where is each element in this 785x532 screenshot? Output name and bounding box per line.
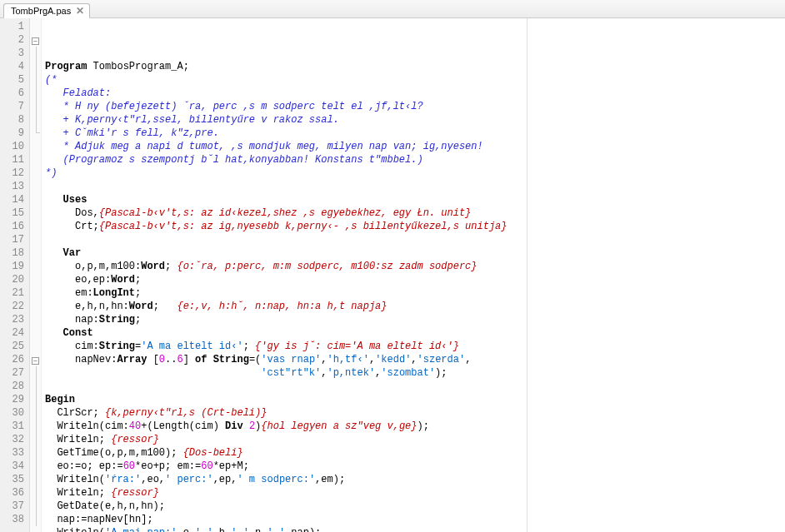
fold-cell[interactable] — [30, 460, 41, 473]
code-line[interactable]: Begin — [45, 393, 785, 406]
fold-cell[interactable] — [30, 340, 41, 353]
code-line[interactable]: * H ny (befejezett) ˇra, perc ,s m sodpe… — [45, 100, 785, 113]
code-line[interactable]: o,p,m,m100:Word; {o:ˇra, p:perc, m:m sod… — [45, 260, 785, 273]
fold-cell[interactable] — [30, 273, 41, 286]
code-line[interactable] — [45, 233, 785, 246]
fold-cell[interactable] — [30, 326, 41, 340]
code-line[interactable]: Writeln(cim:40+(Length(cim) Div 2){hol l… — [45, 420, 785, 433]
code-line[interactable]: Var — [45, 246, 785, 260]
code-line[interactable]: ClrScr; {k,perny‹t"rl,s (Crt-beli)} — [45, 406, 785, 420]
code-line[interactable]: napNev:Array [0..6] of String=('vas rnap… — [45, 353, 785, 366]
line-number: 37 — [0, 500, 29, 513]
fold-cell[interactable] — [30, 406, 41, 420]
line-number: 21 — [0, 286, 29, 300]
tab-active[interactable]: TombPrgA.pas ✕ — [3, 3, 90, 18]
fold-cell[interactable] — [30, 206, 41, 220]
fold-cell[interactable] — [30, 446, 41, 460]
editor[interactable]: 1234567891011121314151617181920212223242… — [0, 18, 785, 532]
line-number: 3 — [0, 47, 29, 60]
fold-cell[interactable] — [30, 167, 41, 180]
code-line[interactable]: * Adjuk meg a napi d tumot, ,s mondjuk m… — [45, 140, 785, 153]
code-line[interactable]: Const — [45, 326, 785, 340]
code-line[interactable] — [45, 180, 785, 193]
line-number: 13 — [0, 180, 29, 193]
fold-cell[interactable] — [30, 193, 41, 206]
fold-cell[interactable] — [30, 113, 41, 127]
fold-cell[interactable] — [30, 73, 41, 87]
line-number: 14 — [0, 193, 29, 206]
fold-cell[interactable] — [30, 513, 41, 526]
fold-cell[interactable] — [30, 47, 41, 60]
code-line[interactable]: Writeln('ŕra:',eo,' perc:',ep,' m sodper… — [45, 473, 785, 486]
tab-bar: TombPrgA.pas ✕ — [0, 0, 785, 18]
code-line[interactable]: nap:=napNev[hn]; — [45, 513, 785, 526]
code-line[interactable]: em:LongInt; — [45, 286, 785, 300]
fold-cell[interactable] — [30, 140, 41, 153]
fold-cell[interactable] — [30, 127, 41, 140]
code-line[interactable]: *) — [45, 167, 785, 180]
code-line[interactable]: Program TombosProgram_A; — [45, 60, 785, 73]
fold-column[interactable]: −− — [30, 18, 42, 532]
fold-cell[interactable] — [30, 300, 41, 313]
fold-cell[interactable] — [30, 20, 41, 33]
fold-cell[interactable] — [30, 500, 41, 513]
fold-cell[interactable] — [30, 153, 41, 167]
line-number: 29 — [0, 393, 29, 406]
fold-cell[interactable] — [30, 393, 41, 406]
code-line[interactable]: eo,ep:Word; — [45, 273, 785, 286]
line-number: 26 — [0, 353, 29, 366]
fold-cell[interactable] — [30, 286, 41, 300]
fold-cell[interactable] — [30, 433, 41, 446]
code-line[interactable]: GetTime(o,p,m,m100); {Dos-beli} — [45, 446, 785, 460]
code-line[interactable]: 'cst"rt"k','p,ntek','szombat'); — [45, 366, 785, 380]
code-line[interactable]: + Cˇmki'r s fell, k"z,pre. — [45, 127, 785, 140]
fold-cell[interactable] — [30, 420, 41, 433]
fold-minus-icon[interactable]: − — [32, 37, 39, 45]
line-number: 25 — [0, 340, 29, 353]
fold-cell[interactable] — [30, 260, 41, 273]
fold-cell[interactable] — [30, 366, 41, 380]
code-line[interactable]: e,h,n,hn:Word; {e:,v, h:h˘, n:nap, hn:a … — [45, 300, 785, 313]
code-line[interactable]: nap:String; — [45, 313, 785, 326]
close-icon[interactable]: ✕ — [76, 6, 84, 16]
line-number: 10 — [0, 140, 29, 153]
line-number: 6 — [0, 87, 29, 100]
fold-minus-icon[interactable]: − — [32, 357, 39, 365]
code-line[interactable]: + K,perny‹t"rl,ssel, billentyűre v rakoz… — [45, 113, 785, 127]
fold-cell[interactable] — [30, 233, 41, 246]
line-number: 22 — [0, 300, 29, 313]
code-line[interactable]: GetDate(e,h,n,hn); — [45, 500, 785, 513]
code-line[interactable]: Writeln('A mai nap:',e,'.',h,'.',n,' ',n… — [45, 526, 785, 532]
line-number: 20 — [0, 273, 29, 286]
code-line[interactable]: Writeln; {ressor} — [45, 486, 785, 500]
fold-cell[interactable] — [30, 60, 41, 73]
code-line[interactable]: Dos,{Pascal-b‹v't,s: az id‹kezel,shez ,s… — [45, 206, 785, 220]
fold-cell[interactable]: − — [30, 353, 41, 366]
fold-cell[interactable] — [30, 180, 41, 193]
fold-cell[interactable] — [30, 473, 41, 486]
fold-cell[interactable] — [30, 246, 41, 260]
code-line[interactable]: (* — [45, 73, 785, 87]
fold-cell[interactable] — [30, 100, 41, 113]
line-number: 38 — [0, 513, 29, 526]
fold-cell[interactable]: − — [30, 33, 41, 47]
code-line[interactable]: cim:String='A ma eltelt id‹'; {'gy is j˘… — [45, 340, 785, 353]
code-line[interactable]: Crt;{Pascal-b‹v't,s: az ig,nyesebb k,per… — [45, 220, 785, 233]
code-line[interactable]: (Programoz s szempontj b˘l hat,konyabban… — [45, 153, 785, 167]
fold-cell[interactable] — [30, 87, 41, 100]
fold-cell[interactable] — [30, 220, 41, 233]
code-line[interactable]: Uses — [45, 193, 785, 206]
line-number: 18 — [0, 246, 29, 260]
fold-cell[interactable] — [30, 486, 41, 500]
line-number: 16 — [0, 220, 29, 233]
line-number: 12 — [0, 167, 29, 180]
code-line[interactable] — [45, 380, 785, 393]
code-line[interactable]: Feladat: — [45, 87, 785, 100]
line-number: 35 — [0, 473, 29, 486]
code-line[interactable]: Writeln; {ressor} — [45, 433, 785, 446]
fold-cell[interactable] — [30, 313, 41, 326]
code-line[interactable]: eo:=o; ep:=60*eo+p; em:=60*ep+M; — [45, 460, 785, 473]
fold-cell[interactable] — [30, 380, 41, 393]
line-number: 2 — [0, 33, 29, 47]
code-area[interactable]: Program TombosProgram_A;(* Feladat: * H … — [42, 18, 785, 532]
